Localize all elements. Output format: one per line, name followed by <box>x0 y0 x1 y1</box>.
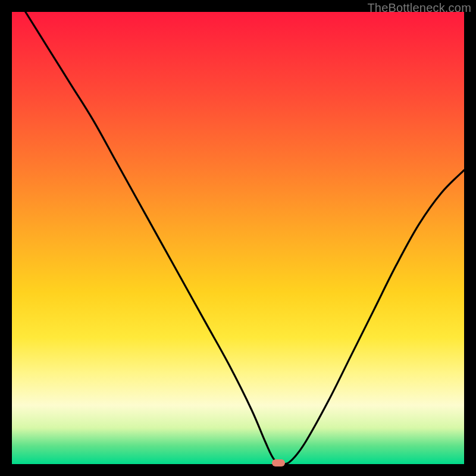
gradient-plot-area <box>12 12 464 464</box>
minimum-marker <box>272 459 285 466</box>
bottleneck-curve <box>12 12 464 464</box>
chart-frame: TheBottleneck.com <box>0 0 476 476</box>
